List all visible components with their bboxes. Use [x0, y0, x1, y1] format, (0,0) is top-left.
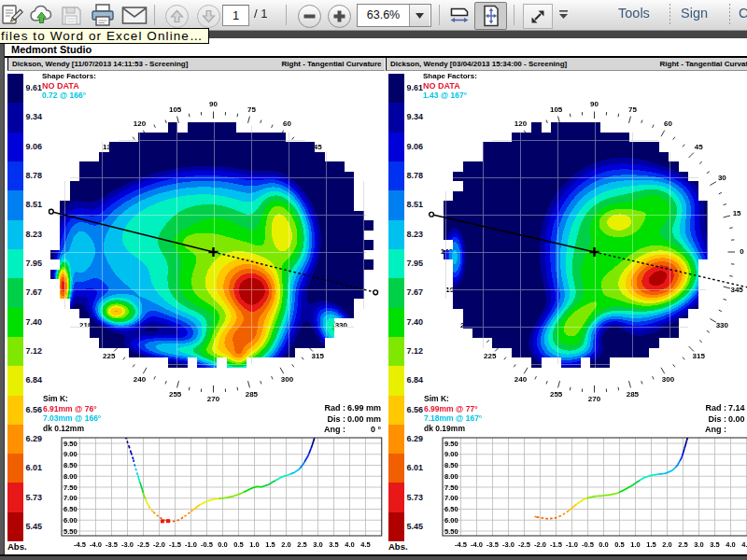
- fill-sign-icon[interactable]: [1, 0, 23, 30]
- shape-factor-steep: 1.43 @ 167°: [423, 91, 477, 100]
- page-total-label: / 1: [254, 7, 267, 21]
- y-axis-tick-label: 8.00: [63, 472, 78, 481]
- y-axis-tick-label: 8.50: [63, 461, 78, 469]
- comment-menu[interactable]: Comment: [739, 6, 747, 21]
- color-scale-value: 9.34: [407, 112, 424, 121]
- cloud-arrow-icon: [29, 4, 54, 26]
- profile-curve-segment: [577, 498, 587, 504]
- x-axis-tick-label: 0.5: [614, 540, 624, 549]
- zoom-dropdown-button[interactable]: [409, 5, 430, 26]
- profile-curve-segment: [304, 454, 309, 462]
- plot-border: [443, 438, 747, 536]
- email-icon[interactable]: [121, 0, 148, 30]
- tooltip: files to Word or Excel Online…: [0, 28, 209, 44]
- fit-page-button[interactable]: [474, 2, 507, 30]
- profile-curve-segment: [569, 504, 576, 511]
- floppy-disk-icon: [60, 5, 82, 26]
- document-pane-background-bottom: [0, 556, 747, 560]
- toolbar-separator: [514, 5, 514, 25]
- color-scale-block: [7, 249, 23, 278]
- x-axis-tick-label: 0.5: [233, 540, 243, 549]
- sim-k-steep: 6.91mm @ 76°: [43, 404, 101, 414]
- patient-exam-label: Dickson, Wendy [11/07/2013 14:11:53 - Sc…: [8, 58, 188, 70]
- profile-curve-segment: [676, 461, 681, 468]
- x-axis-tick-label: 2.5: [297, 540, 306, 549]
- color-scale-value: 8.78: [26, 171, 43, 180]
- x-axis-tick-label: -2.5: [137, 540, 149, 549]
- sim-k-flat: 7.18mm @ 167°: [424, 413, 482, 424]
- color-scale-value: 7.12: [26, 346, 43, 356]
- cloud-upload-icon[interactable]: [29, 0, 54, 30]
- profile-curve-segment: [309, 448, 311, 454]
- x-axis-tick-label: 2.0: [281, 540, 290, 549]
- rad-value: 7.14 mm: [726, 403, 747, 414]
- scale-mode-label: Abs.: [7, 541, 27, 552]
- profile-curve-segment: [263, 481, 275, 486]
- rad-value: 6.99 mm: [345, 403, 381, 414]
- color-scale-block: [388, 366, 404, 395]
- profile-curve-segment: [142, 490, 143, 494]
- x-axis-tick-label: -2.0: [153, 540, 165, 549]
- envelope-icon: [121, 6, 148, 25]
- zoom-in-button[interactable]: [328, 5, 351, 28]
- color-scale-value: 8.51: [26, 200, 43, 209]
- profile-curve-segment: [131, 453, 133, 460]
- plus-icon: [329, 6, 350, 27]
- y-axis-tick-label: 5.50: [63, 527, 78, 536]
- color-scale-block: [7, 133, 23, 161]
- toolbar-overflow-chevron-icon[interactable]: [557, 10, 570, 20]
- x-axis-tick-label: 2.0: [662, 540, 671, 549]
- x-axis-tick-label: 4.0: [726, 540, 735, 549]
- color-scale-block: [388, 74, 404, 103]
- x-axis-tick-label: -1.0: [566, 540, 578, 549]
- sim-k-marker: [166, 519, 170, 523]
- x-axis-tick-label: 1.5: [646, 540, 655, 549]
- x-axis-tick-label: 0.0: [599, 540, 608, 549]
- sim-k-delta: dk 0.12mm: [43, 424, 101, 434]
- color-scale-value: 7.67: [26, 287, 43, 297]
- zoom-out-button[interactable]: [298, 5, 321, 28]
- sim-k-block: Sim K:6.99mm @ 77°7.18mm @ 167°dk 0.19mm: [424, 394, 482, 433]
- profile-curve-segment: [275, 474, 290, 481]
- dis-label: Dis :: [308, 414, 345, 426]
- x-axis-tick-label: 3.5: [329, 540, 338, 549]
- print-icon[interactable]: [90, 0, 116, 30]
- y-axis-tick-label: 6.50: [63, 505, 78, 513]
- next-page-button[interactable]: [197, 5, 220, 28]
- zoom-level-combobox[interactable]: 63.6%: [357, 4, 431, 27]
- map-type-label: Right - Tangential Curvature: [282, 58, 385, 70]
- color-scale-value: 9.06: [407, 142, 424, 151]
- color-scale-value: 7.95: [407, 259, 424, 268]
- color-scale-block: [388, 249, 404, 278]
- fit-width-button[interactable]: [447, 3, 472, 27]
- save-icon[interactable]: [60, 0, 82, 30]
- expand-mode-button[interactable]: [523, 4, 553, 29]
- toolbar-separator: [729, 4, 730, 26]
- zoom-level-value: 63.6%: [358, 5, 409, 26]
- patient-exam-label: Dickson, Wendy [03/04/2013 15:34:00 - Sc…: [387, 58, 567, 70]
- x-axis-tick-label: -1.5: [550, 540, 562, 549]
- sign-menu[interactable]: Sign: [681, 6, 708, 21]
- color-scale-block: [7, 278, 23, 307]
- y-axis-tick-label: 9.00: [63, 450, 78, 458]
- fit-page-icon: [481, 5, 501, 27]
- x-axis-tick-label: -4.0: [90, 540, 102, 549]
- shape-factors-title: Shape Factors:: [423, 72, 477, 81]
- x-axis-tick-label: -0.5: [582, 540, 594, 549]
- page-number-input[interactable]: 1: [222, 5, 249, 26]
- toolbar-separator: [286, 5, 287, 25]
- profile-curve-segment: [148, 504, 148, 506]
- previous-page-button[interactable]: [165, 5, 189, 28]
- color-scale-block: [388, 278, 404, 307]
- color-scale-block: [388, 133, 404, 161]
- page-edge: [4, 38, 5, 554]
- cursor-readout-row: Rad :7.14 mm: [689, 403, 747, 414]
- color-scale-value: 7.67: [407, 287, 424, 297]
- x-axis-tick-label: 1.0: [249, 540, 259, 549]
- color-scale-bar: [7, 74, 23, 541]
- tools-menu[interactable]: Tools: [618, 6, 650, 21]
- shape-factor-steep: 0.72 @ 166°: [42, 91, 96, 100]
- color-scale-block: [388, 337, 404, 366]
- x-axis-tick-label: 1.0: [630, 540, 640, 549]
- toolbar: 1 / 1 63.6%: [0, 0, 747, 31]
